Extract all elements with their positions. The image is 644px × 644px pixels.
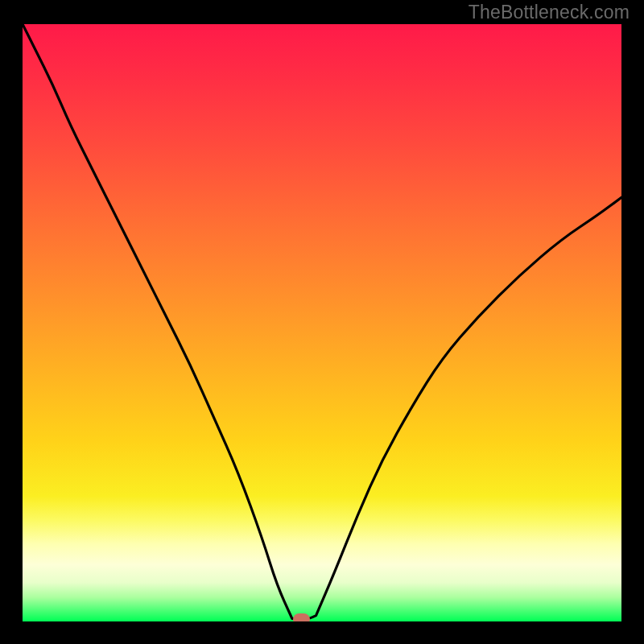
svg-rect-2: [0, 621, 644, 644]
svg-rect-4: [621, 0, 644, 644]
bottleneck-curve: [23, 24, 621, 621]
chart-container: TheBottleneck.com: [0, 0, 644, 644]
plot-area: [23, 24, 621, 621]
svg-rect-3: [0, 0, 23, 644]
watermark-text: TheBottleneck.com: [469, 2, 630, 23]
optimal-point-marker: [293, 613, 310, 625]
